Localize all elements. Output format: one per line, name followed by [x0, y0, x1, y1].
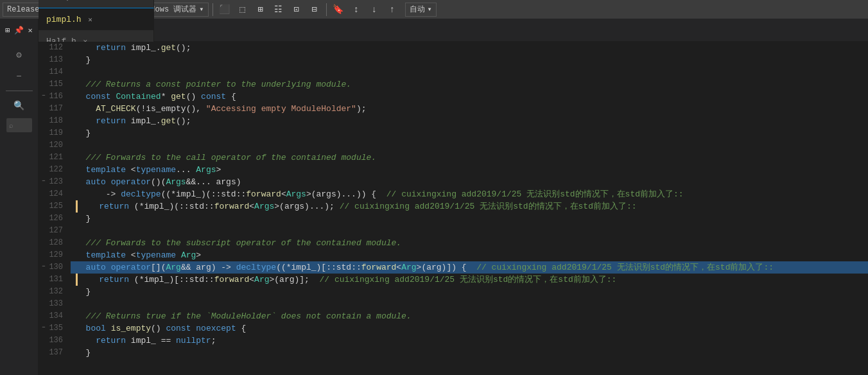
line-number: 133 [39, 298, 71, 310]
code-line: bool is_empty() const noexcept { [71, 322, 868, 335]
tab-close-pimpl[interactable]: ✕ [85, 14, 96, 24]
tab-close-script[interactable]: ✕ [90, 0, 100, 2]
line-number: 114 [39, 66, 71, 78]
panel-pin[interactable]: 📌 [14, 23, 24, 37]
sidebar-tab-icons: ⊞ 📌 ✕ [0, 19, 39, 42]
tab-pimpl[interactable]: pimpl.h✕ [39, 8, 154, 30]
sidebar-search-icon[interactable]: 🔍 [4, 95, 35, 116]
code-line: /// Returns true if the `ModuleHolder` d… [71, 310, 868, 322]
code-line: /// Forwards to the call operator of the… [71, 152, 868, 164]
line-number: 112 [39, 42, 71, 54]
toolbar-icon-9[interactable]: ↓ [367, 2, 382, 17]
toolbar-icon-1[interactable]: ⬛ [217, 2, 232, 17]
line-number: 115 [39, 78, 71, 91]
code-line: AT_CHECK(!is_empty(), "Accessing empty M… [71, 103, 868, 115]
code-line: } [71, 347, 868, 359]
yellow-indicator [76, 274, 78, 286]
code-line: -> decltype((*impl_)(::std::forward<Args… [71, 188, 868, 200]
table-row: 117 AT_CHECK(!is_empty(), "Accessing emp… [39, 103, 868, 115]
panel-close[interactable]: ✕ [25, 23, 35, 37]
table-row: 133 [39, 298, 868, 310]
code-table: 112 return impl_.get();113 }114115 /// R… [39, 42, 868, 359]
line-number: −123 [39, 176, 71, 188]
code-line: /// Returns a const pointer to the under… [71, 78, 868, 91]
sidebar-search-input[interactable] [6, 118, 32, 132]
table-row: 128 /// Forwards to the subscript operat… [39, 237, 868, 249]
code-line [71, 298, 868, 310]
code-line: } [71, 127, 868, 139]
toolbar-icon-3[interactable]: ⊞ [253, 2, 268, 17]
fold-button[interactable]: − [40, 92, 48, 100]
code-scroll[interactable]: 112 return impl_.get();113 }114115 /// R… [39, 42, 868, 375]
line-number: 129 [39, 249, 71, 261]
mode-label: 自动 [410, 4, 425, 15]
line-number: 125 [39, 200, 71, 213]
code-line: return (*impl_)[::std::forward<Arg>(arg)… [71, 274, 868, 286]
fold-button[interactable]: − [40, 263, 48, 270]
table-row: 114 [39, 66, 868, 78]
table-row: 121 /// Forwards to the call operator of… [39, 152, 868, 164]
code-line: template <typename... Args> [71, 164, 868, 176]
toolbar-icon-10[interactable]: ↑ [385, 2, 400, 17]
toolbar-icon-6[interactable]: ⊟ [307, 2, 322, 17]
fold-button[interactable]: − [40, 324, 48, 331]
left-sidebar: ⚙ − 🔍 [0, 42, 39, 375]
toolbar-icon-4[interactable]: ☷ [271, 2, 286, 17]
toolbar-separator-2 [326, 3, 327, 16]
line-number: 134 [39, 310, 71, 322]
sidebar-wrench-icon[interactable]: ⚙ [4, 44, 35, 65]
line-number: 120 [39, 139, 71, 152]
code-line: return impl_ == nullptr; [71, 335, 868, 347]
line-number: 127 [39, 225, 71, 237]
line-number: 118 [39, 115, 71, 127]
line-number: 113 [39, 54, 71, 66]
table-row: 134 /// Returns true if the `ModuleHolde… [39, 310, 868, 322]
line-number: 131 [39, 274, 71, 286]
code-line [71, 225, 868, 237]
table-row: 129 template <typename Arg> [39, 249, 868, 261]
mode-dropdown[interactable]: 自动 ▾ [405, 3, 437, 17]
table-row: 127 [39, 225, 868, 237]
table-row: 122 template <typename... Args> [39, 164, 868, 176]
table-row: 113 } [39, 54, 868, 66]
line-number: −130 [39, 261, 71, 274]
toolbar-icon-5[interactable]: ⊡ [289, 2, 304, 17]
line-number: −135 [39, 322, 71, 335]
tabs-row: ⊞ 📌 ✕ script.h✕pimpl.h✕Half.h✕main_libto… [0, 19, 868, 42]
toolbar-icon-7[interactable]: 🔖 [331, 2, 346, 17]
fold-button[interactable]: − [40, 177, 48, 185]
table-row: 132 } [39, 286, 868, 298]
line-number: 132 [39, 286, 71, 298]
sidebar-minus-icon[interactable]: − [4, 66, 35, 87]
code-area: 112 return impl_.get();113 }114115 /// R… [39, 42, 868, 375]
line-number: 137 [39, 347, 71, 359]
table-row: 119 } [39, 127, 868, 139]
tab-label-pimpl: pimpl.h [46, 15, 82, 24]
code-line [71, 66, 868, 78]
line-number: 128 [39, 237, 71, 249]
toolbar-icon-8[interactable]: ↕ [349, 2, 364, 17]
line-number: 124 [39, 188, 71, 200]
line-number: 119 [39, 127, 71, 139]
tab-script[interactable]: script.h✕ [39, 0, 154, 8]
toolbar-icon-2[interactable]: ⬚ [235, 2, 250, 17]
code-line: return (*impl_)(::std::forward<Args>(arg… [71, 200, 868, 213]
line-number: −116 [39, 91, 71, 103]
code-line: return impl_.get(); [71, 42, 868, 54]
panel-toggle[interactable]: ⊞ [3, 23, 13, 37]
mode-arrow: ▾ [428, 4, 432, 14]
debugger-arrow: ▾ [199, 4, 204, 14]
line-number: 136 [39, 335, 71, 347]
table-row: 120 [39, 139, 868, 152]
table-row: 124 -> decltype((*impl_)(::std::forward<… [39, 188, 868, 200]
code-line: /// Forwards to the subscript operator o… [71, 237, 868, 249]
code-line: } [71, 213, 868, 225]
table-row: −116 const Contained* get() const { [39, 91, 868, 103]
table-row: −130 auto operator[](Arg&& arg) -> declt… [39, 261, 868, 274]
line-number: 117 [39, 103, 71, 115]
table-row: 118 return impl_.get(); [39, 115, 868, 127]
table-row: 136 return impl_ == nullptr; [39, 335, 868, 347]
toolbar-separator [213, 3, 213, 16]
main-area: ⚙ − 🔍 112 return impl_.get();113 }114115… [0, 42, 868, 375]
line-number: 121 [39, 152, 71, 164]
